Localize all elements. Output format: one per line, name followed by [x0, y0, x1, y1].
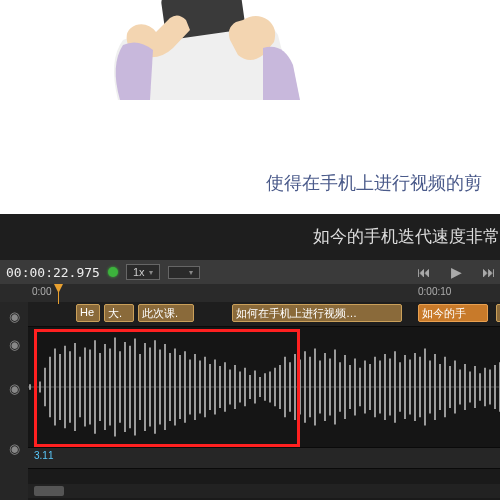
subtitle-clip[interactable]: 如今的手 [418, 304, 488, 322]
preview-panel: 使得在手机上进行视频的剪 [0, 0, 500, 214]
track-visibility-icon[interactable]: ◉ [0, 330, 28, 358]
ruler-tick: 0:00 [32, 286, 51, 297]
preview-video[interactable]: 使得在手机上进行视频的剪 [8, 0, 492, 205]
timecode-display: 00:00:22.975 [0, 265, 100, 280]
playback-controls: ⏮ ▶ ⏭ [417, 260, 496, 284]
subtitle-clip[interactable]: 如何在手机上进行视频… [232, 304, 402, 322]
tracks-container: He大.此次课.如何在手机上进行视频…如今的手现在 3.11 [28, 302, 500, 480]
track-headers: ◉ ◉ ◉ ◉ [0, 302, 28, 500]
track-visibility-icon[interactable]: ◉ [0, 358, 28, 418]
subtitle-clip[interactable]: 大. [104, 304, 134, 322]
prev-button[interactable]: ⏮ [417, 264, 431, 280]
track-visibility-icon[interactable]: ◉ [0, 302, 28, 330]
ruler-tick: 0:00:10 [418, 286, 451, 297]
video-track[interactable]: He大.此次课.如何在手机上进行视频…如今的手现在 [28, 302, 500, 327]
timeline-scrollbar[interactable] [28, 484, 500, 498]
timeline-panel: 0:00 0:00:10 ◉ ◉ ◉ ◉ He大.此次课.如何在手机上进行视频…… [0, 284, 500, 500]
chevron-down-icon: ▾ [149, 268, 153, 277]
audio-track[interactable] [28, 327, 500, 448]
playback-speed-selector[interactable]: 1x ▾ [126, 264, 160, 280]
caption-line: 如今的手机迭代速度非常 [0, 225, 500, 255]
timeline-ruler[interactable]: 0:00 0:00:10 [0, 284, 500, 303]
next-button[interactable]: ⏭ [482, 264, 496, 280]
chevron-down-icon: ▾ [189, 268, 193, 277]
caption-text: 如今的手机迭代速度非常 [313, 225, 500, 248]
marker-track[interactable]: 3.11 [28, 448, 500, 469]
video-frame-illustration [68, 0, 328, 100]
mode-selector[interactable]: ▾ [168, 266, 200, 279]
subtitle-clip[interactable]: 现在 [496, 304, 500, 322]
subtitle-clip[interactable]: 此次课. [138, 304, 194, 322]
preview-subtitle: 使得在手机上进行视频的剪 [266, 171, 482, 195]
scrollbar-thumb[interactable] [34, 486, 64, 496]
playhead-icon[interactable] [58, 286, 59, 304]
play-button[interactable]: ▶ [451, 264, 462, 280]
transport-bar: 00:00:22.975 1x ▾ ▾ ⏮ ▶ ⏭ [0, 260, 500, 284]
record-indicator-icon[interactable] [108, 267, 118, 277]
marker-label: 3.11 [34, 450, 53, 461]
audio-waveform[interactable] [28, 327, 500, 447]
track-visibility-icon[interactable]: ◉ [0, 418, 28, 478]
subtitle-clip[interactable]: He [76, 304, 100, 322]
speed-value: 1x [133, 266, 145, 278]
